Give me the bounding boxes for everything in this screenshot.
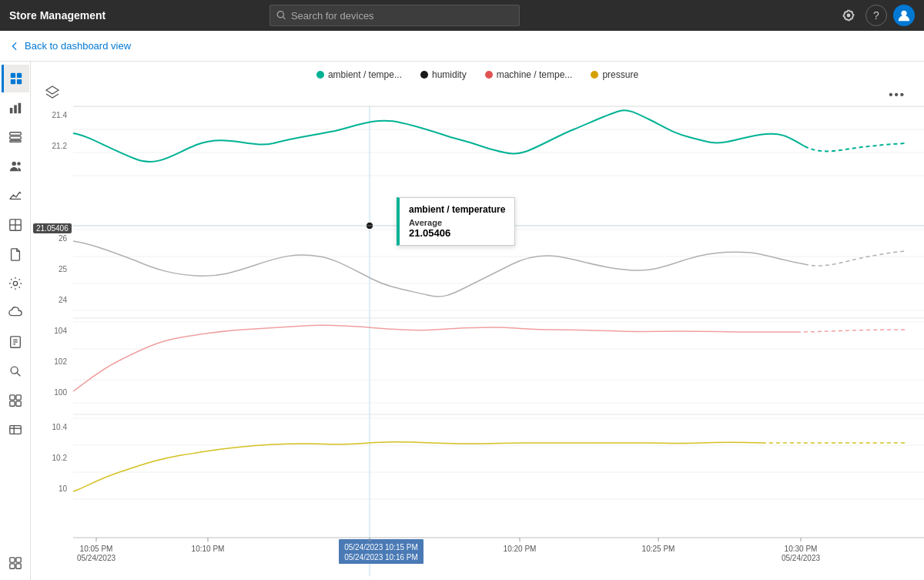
svg-text:100: 100 bbox=[54, 388, 67, 397]
chart-svg-wrapper: 21.05406 21.4 21.2 bbox=[73, 106, 912, 579]
svg-point-0 bbox=[277, 12, 283, 18]
ambient-line-dashed bbox=[805, 143, 905, 151]
svg-rect-34 bbox=[9, 558, 14, 562]
svg-text:05/24/2023 10:15 PM: 05/24/2023 10:15 PM bbox=[344, 543, 418, 552]
legend-dot-pressure bbox=[591, 71, 598, 79]
svg-rect-5 bbox=[17, 73, 22, 78]
svg-text:10:25 PM: 10:25 PM bbox=[642, 545, 675, 553]
machine-line-dashed bbox=[797, 330, 905, 332]
svg-rect-29 bbox=[9, 401, 14, 406]
back-button[interactable]: Back to dashboard view bbox=[9, 40, 131, 52]
legend-label-ambient: ambient / tempe... bbox=[328, 69, 402, 80]
svg-point-20 bbox=[13, 281, 17, 285]
search-input[interactable] bbox=[291, 10, 513, 22]
search-icon bbox=[276, 10, 286, 21]
sidebar bbox=[0, 62, 31, 580]
svg-rect-6 bbox=[11, 79, 15, 84]
svg-text:05/24/2023: 05/24/2023 bbox=[782, 554, 820, 562]
svg-text:05/24/2023: 05/24/2023 bbox=[77, 554, 116, 562]
svg-point-3 bbox=[901, 11, 906, 16]
sidebar-item-file[interactable] bbox=[2, 240, 29, 268]
svg-text:21.4: 21.4 bbox=[52, 111, 68, 119]
legend-label-machine: machine / tempe... bbox=[497, 69, 573, 80]
svg-text:10.4: 10.4 bbox=[52, 423, 68, 431]
legend-ambient: ambient / tempe... bbox=[316, 69, 402, 80]
svg-rect-35 bbox=[15, 558, 20, 562]
sidebar-item-search[interactable] bbox=[2, 357, 29, 385]
svg-rect-13 bbox=[9, 141, 20, 142]
svg-rect-9 bbox=[14, 105, 17, 113]
humidity-line-solid bbox=[73, 241, 805, 297]
sidebar-item-list[interactable] bbox=[2, 123, 29, 151]
sidebar-item-users[interactable] bbox=[2, 153, 29, 180]
svg-point-14 bbox=[12, 162, 15, 166]
search-bar[interactable] bbox=[270, 5, 520, 26]
svg-rect-11 bbox=[9, 132, 20, 136]
main-layout: ambient / tempe... humidity machine / te… bbox=[0, 62, 924, 580]
legend-dot-machine bbox=[485, 71, 493, 79]
topbar: Store Management ? bbox=[0, 0, 924, 31]
svg-rect-12 bbox=[9, 136, 20, 139]
subheader: Back to dashboard view bbox=[0, 31, 924, 62]
svg-text:102: 102 bbox=[54, 357, 67, 366]
main-chart-svg: 21.4 21.2 26 25 bbox=[73, 106, 924, 576]
svg-text:10:10 PM: 10:10 PM bbox=[192, 545, 225, 553]
svg-text:10:30 PM: 10:30 PM bbox=[785, 545, 818, 553]
svg-rect-31 bbox=[9, 426, 20, 434]
svg-rect-27 bbox=[9, 395, 14, 400]
ambient-line-solid bbox=[73, 110, 805, 162]
user-avatar[interactable] bbox=[893, 5, 915, 26]
svg-rect-7 bbox=[17, 79, 22, 84]
chart-content: ambient / tempe... humidity machine / te… bbox=[31, 62, 924, 580]
svg-line-26 bbox=[17, 373, 20, 376]
svg-rect-8 bbox=[9, 108, 12, 113]
svg-text:25: 25 bbox=[59, 265, 68, 273]
sidebar-bottom-expand[interactable] bbox=[2, 549, 29, 577]
settings-button[interactable] bbox=[838, 5, 859, 26]
svg-rect-37 bbox=[15, 564, 20, 568]
sidebar-item-barchart[interactable] bbox=[2, 94, 29, 122]
svg-text:26: 26 bbox=[59, 234, 68, 243]
layers-button[interactable] bbox=[45, 85, 60, 103]
pressure-line-solid bbox=[73, 442, 762, 491]
legend-label-humidity: humidity bbox=[432, 69, 467, 80]
svg-text:05/24/2023 10:16 PM: 05/24/2023 10:16 PM bbox=[344, 553, 418, 562]
svg-rect-36 bbox=[9, 564, 14, 568]
svg-text:21.2: 21.2 bbox=[52, 142, 68, 150]
svg-rect-10 bbox=[18, 103, 21, 114]
sidebar-item-settings[interactable] bbox=[2, 270, 29, 297]
back-arrow-icon bbox=[9, 41, 20, 52]
legend-machine: machine / tempe... bbox=[485, 69, 573, 80]
sidebar-item-cloud[interactable] bbox=[2, 299, 29, 327]
more-options-button[interactable]: ••• bbox=[889, 88, 906, 101]
back-label: Back to dashboard view bbox=[25, 40, 131, 52]
humidity-line-dashed bbox=[805, 251, 905, 266]
sidebar-item-grid[interactable] bbox=[2, 211, 29, 239]
sidebar-item-table[interactable] bbox=[2, 416, 29, 444]
svg-rect-30 bbox=[15, 401, 20, 406]
sidebar-item-report[interactable] bbox=[2, 328, 29, 356]
machine-line-solid bbox=[73, 325, 797, 391]
svg-text:24: 24 bbox=[59, 296, 68, 304]
svg-rect-28 bbox=[15, 395, 20, 400]
svg-text:104: 104 bbox=[54, 327, 67, 335]
svg-text:10: 10 bbox=[59, 484, 68, 493]
svg-point-25 bbox=[11, 367, 18, 374]
sidebar-item-module[interactable] bbox=[2, 387, 29, 414]
legend-label-pressure: pressure bbox=[602, 69, 638, 80]
svg-text:10:20 PM: 10:20 PM bbox=[504, 545, 537, 553]
svg-point-2 bbox=[848, 15, 849, 16]
svg-text:10.2: 10.2 bbox=[52, 454, 68, 462]
svg-line-1 bbox=[283, 17, 285, 19]
chart-toolbar: ••• bbox=[31, 85, 924, 106]
app-title: Store Management bbox=[9, 9, 105, 22]
chart-legend: ambient / tempe... humidity machine / te… bbox=[31, 62, 924, 85]
legend-dot-ambient bbox=[316, 71, 324, 79]
sidebar-item-dashboard[interactable] bbox=[2, 65, 29, 92]
legend-pressure: pressure bbox=[591, 69, 638, 80]
svg-rect-4 bbox=[11, 73, 15, 78]
svg-point-15 bbox=[17, 162, 21, 166]
help-button[interactable]: ? bbox=[865, 5, 887, 26]
svg-text:10:05 PM: 10:05 PM bbox=[80, 545, 113, 553]
sidebar-item-analytics[interactable] bbox=[2, 182, 29, 210]
